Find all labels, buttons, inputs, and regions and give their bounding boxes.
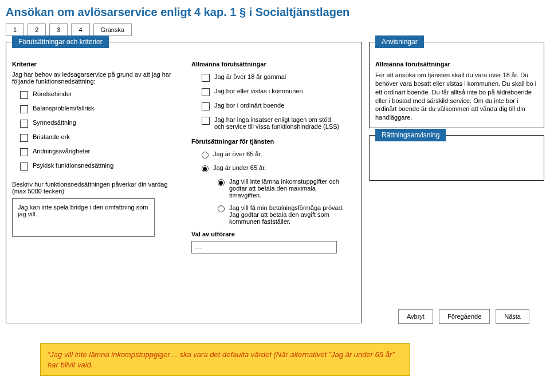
criteria-intro: Jag har behov av ledsagarservice på grun…: [12, 71, 182, 85]
provider-select[interactable]: ---: [191, 241, 337, 254]
checkbox-psykisk[interactable]: [20, 163, 28, 171]
general-heading: Allmänna förutsättningar: [191, 61, 356, 68]
annotation-callout: ”Jag vill inte lämna inkompstuppgiger… s…: [40, 343, 410, 376]
page-title: Ansökan om avlösarservice enligt 4 kap. …: [6, 6, 544, 19]
page-root: Ansökan om avlösarservice enligt 4 kap. …: [0, 0, 550, 392]
describe-textarea[interactable]: Jag kan inte spela bridge i den omfattni…: [12, 198, 155, 237]
tab-1[interactable]: 1: [6, 23, 24, 36]
radio-label: Jag är under 65 år.: [213, 164, 266, 171]
checkbox-balansproblem[interactable]: [20, 105, 28, 113]
criteria-heading: Kriterier: [12, 61, 182, 68]
criteria-item: Synnedsättning: [20, 119, 182, 128]
radio-label: Jag vill få min betalningsförmåga prövad…: [229, 204, 349, 225]
criteria-item: Psykisk funktionsnedsättning: [20, 162, 182, 171]
criteria-panel: Förutsättningar och kriterier Kriterier …: [6, 42, 362, 323]
criteria-label: Andningssvårigheter: [33, 148, 90, 155]
radio-label: Jag vill inte lämna inkomstuppgifter och…: [229, 178, 349, 199]
criteria-item: Andningssvårigheter: [20, 148, 182, 156]
criteria-column: Kriterier Jag har behov av ledsagarservi…: [12, 55, 182, 254]
instructions-subheading: Allmänna förutsättningar: [375, 61, 538, 68]
general-item: Jag är över 18 år gammal: [202, 73, 356, 82]
step-tabs: 1 2 3 4 Granska: [6, 23, 544, 36]
checkbox-bristande-ork[interactable]: [20, 134, 28, 142]
tab-4[interactable]: 4: [71, 23, 89, 36]
provider-heading: Val av utförare: [191, 231, 356, 237]
general-label: Jag är över 18 år gammal: [214, 73, 286, 80]
annotation-text: ”Jag vill inte lämna inkompstuppgiger… s…: [48, 350, 403, 370]
criteria-panel-header: Förutsättningar och kriterier: [12, 35, 109, 48]
instructions-panel: Anvisningar Allmänna förutsättningar För…: [369, 42, 544, 128]
criteria-label: Bristande ork: [33, 133, 70, 140]
describe-label: Beskriv hur funktionsnedsättningen påver…: [12, 181, 182, 195]
radio-test-payment[interactable]: [218, 205, 225, 212]
radio-test-payment-row: Jag vill få min betalningsförmåga prövad…: [218, 204, 356, 225]
radio-under65[interactable]: [202, 165, 209, 172]
criteria-label: Psykisk funktionsnedsättning: [33, 162, 113, 169]
radio-no-income-row: Jag vill inte lämna inkomstuppgifter och…: [218, 178, 356, 199]
criteria-label: Synnedsättning: [33, 119, 76, 126]
cancel-button[interactable]: Avbryt: [398, 309, 433, 324]
general-label: Jag bor eller vistas i kommunen: [214, 88, 303, 94]
criteria-item: Bristande ork: [20, 133, 182, 142]
criteria-label: Balansproblem/fallrisk: [33, 105, 95, 112]
checkbox-over18[interactable]: [202, 74, 210, 82]
checkbox-rorelsehinder[interactable]: [20, 91, 28, 99]
main-columns: Förutsättningar och kriterier Kriterier …: [6, 42, 544, 330]
checkbox-bor-kommun[interactable]: [202, 88, 210, 96]
previous-button[interactable]: Föregående: [439, 309, 490, 324]
radio-over65[interactable]: [202, 152, 209, 159]
general-label: Jag har inga insatser enligt lagen om st…: [214, 116, 340, 130]
checkbox-ordinart-boende[interactable]: [202, 102, 210, 110]
general-item: Jag bor i ordinärt boende: [202, 102, 356, 110]
criteria-label: Rörelsehinder: [33, 90, 72, 97]
correction-panel: Rättningsanvisning: [369, 135, 544, 181]
radio-label: Jag är över 65 år.: [213, 151, 262, 157]
criteria-item: Rörelsehinder: [20, 90, 182, 99]
radio-no-income[interactable]: [218, 179, 225, 186]
instructions-body: För att ansöka om tjänsten skall du vara…: [375, 71, 538, 122]
correction-header: Rättningsanvisning: [375, 129, 446, 141]
radio-over65-row: Jag är över 65 år.: [202, 151, 356, 159]
service-heading: Förutsättningar för tjänsten: [191, 138, 356, 145]
tab-2[interactable]: 2: [28, 23, 46, 36]
right-column: Anvisningar Allmänna förutsättningar För…: [369, 42, 544, 330]
button-row: Avbryt Föregående Nästa: [398, 309, 529, 324]
general-column: Allmänna förutsättningar Jag är över 18 …: [191, 55, 356, 254]
criteria-item: Balansproblem/fallrisk: [20, 105, 182, 113]
general-item: Jag har inga insatser enligt lagen om st…: [202, 116, 356, 130]
checkbox-inga-lss[interactable]: [202, 117, 210, 125]
tab-3[interactable]: 3: [49, 23, 68, 36]
criteria-checklist: Rörelsehinder Balansproblem/fallrisk Syn…: [20, 90, 182, 171]
radio-under65-row: Jag är under 65 år.: [202, 164, 356, 172]
general-label: Jag bor i ordinärt boende: [214, 102, 284, 109]
checkbox-andning[interactable]: [20, 148, 28, 156]
checkbox-synnedsattning[interactable]: [20, 120, 28, 128]
instructions-header: Anvisningar: [375, 35, 424, 48]
general-item: Jag bor eller vistas i kommunen: [202, 88, 356, 96]
tab-review[interactable]: Granska: [93, 23, 132, 36]
next-button[interactable]: Nästa: [496, 309, 529, 324]
